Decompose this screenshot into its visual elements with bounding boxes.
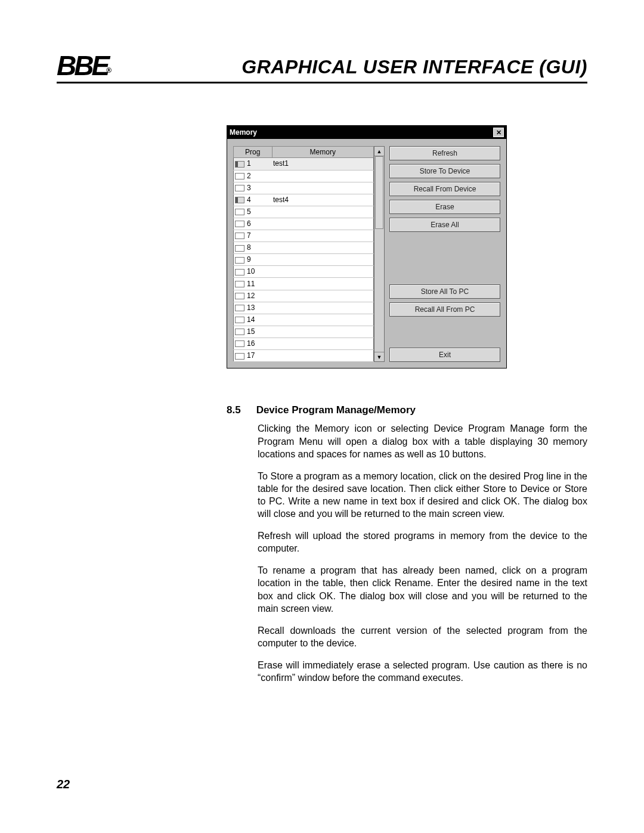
memory-cell[interactable]: [272, 266, 374, 278]
recall-from-device-button[interactable]: Recall From Device: [389, 182, 500, 196]
memory-cell[interactable]: [272, 314, 374, 326]
prog-slot-icon: [235, 340, 244, 347]
scroll-up-icon[interactable]: ▲: [374, 147, 384, 156]
memory-cell[interactable]: [272, 326, 374, 337]
program-table-wrap: Prog Memory 1test1234test456789101112131…: [233, 146, 385, 362]
memory-cell[interactable]: [272, 170, 374, 182]
table-row[interactable]: 4test4: [234, 194, 374, 206]
prog-slot-icon: [235, 257, 244, 264]
memory-dialog-screenshot: Memory ✕ Prog Memory 1t: [227, 125, 507, 368]
dialog-titlebar[interactable]: Memory ✕: [227, 126, 506, 139]
memory-cell[interactable]: [272, 206, 374, 218]
refresh-button[interactable]: Refresh: [389, 146, 500, 160]
prog-cell[interactable]: 7: [234, 230, 273, 242]
prog-cell[interactable]: 15: [234, 326, 273, 337]
prog-cell[interactable]: 1: [234, 158, 273, 170]
table-row[interactable]: 9: [234, 254, 374, 266]
table-row[interactable]: 15: [234, 326, 374, 337]
prog-slot-icon: [235, 221, 244, 227]
program-table[interactable]: Prog Memory 1test1234test456789101112131…: [233, 146, 374, 362]
prog-cell[interactable]: 9: [234, 254, 273, 266]
prog-cell[interactable]: 3: [234, 182, 273, 194]
memory-cell[interactable]: [272, 338, 374, 350]
table-row[interactable]: 1test1: [234, 158, 374, 170]
paragraph: To Store a program as a memory location,…: [258, 470, 587, 520]
prog-slot-icon: [235, 281, 244, 287]
table-row[interactable]: 12: [234, 290, 374, 302]
scroll-down-icon[interactable]: ▼: [374, 352, 384, 361]
prog-slot-icon: [235, 269, 244, 275]
table-row[interactable]: 17: [234, 350, 374, 362]
memory-cell[interactable]: [272, 242, 374, 254]
prog-cell[interactable]: 12: [234, 290, 273, 302]
memory-cell[interactable]: [272, 254, 374, 266]
prog-slot-icon: [235, 161, 244, 168]
page-number: 22: [57, 778, 70, 791]
section-heading: 8.5 Device Program Manage/Memory: [227, 404, 587, 416]
section-number: 8.5: [227, 404, 241, 416]
prog-cell[interactable]: 11: [234, 278, 273, 290]
brand-logo: BBE®: [57, 54, 110, 78]
paragraph: Refresh will upload the stored programs …: [258, 529, 587, 555]
table-row[interactable]: 14: [234, 314, 374, 326]
memory-dialog: Memory ✕ Prog Memory 1t: [227, 125, 507, 368]
table-row[interactable]: 5: [234, 206, 374, 218]
store-to-device-button[interactable]: Store To Device: [389, 164, 500, 178]
column-header-prog[interactable]: Prog: [234, 147, 273, 158]
exit-button[interactable]: Exit: [389, 348, 500, 362]
prog-slot-icon: [235, 353, 244, 360]
table-row[interactable]: 11: [234, 278, 374, 290]
recall-all-from-pc-button[interactable]: Recall All From PC: [389, 302, 500, 317]
section-title: Device Program Manage/Memory: [256, 404, 416, 416]
memory-cell[interactable]: test1: [272, 158, 374, 170]
prog-cell[interactable]: 13: [234, 302, 273, 314]
prog-cell[interactable]: 14: [234, 314, 273, 326]
prog-slot-icon: [235, 197, 244, 203]
prog-cell[interactable]: 4: [234, 194, 273, 206]
prog-slot-icon: [235, 185, 244, 191]
memory-cell[interactable]: [272, 230, 374, 242]
content-area: Memory ✕ Prog Memory 1t: [227, 125, 587, 684]
column-header-memory[interactable]: Memory: [272, 147, 374, 158]
prog-slot-icon: [235, 173, 244, 179]
paragraph: Recall downloads the current version of …: [258, 624, 587, 649]
table-row[interactable]: 6: [234, 218, 374, 230]
prog-cell[interactable]: 5: [234, 206, 273, 218]
memory-cell[interactable]: [272, 278, 374, 290]
erase-all-button[interactable]: Erase All: [389, 218, 500, 232]
memory-cell[interactable]: [272, 350, 374, 362]
memory-cell[interactable]: [272, 290, 374, 302]
table-row[interactable]: 7: [234, 230, 374, 242]
prog-cell[interactable]: 6: [234, 218, 273, 230]
prog-slot-icon: [235, 317, 244, 323]
scroll-thumb[interactable]: [375, 156, 383, 229]
memory-cell[interactable]: test4: [272, 194, 374, 206]
erase-button[interactable]: Erase: [389, 200, 500, 214]
paragraph: Clicking the Memory icon or selecting De…: [258, 422, 587, 460]
prog-cell[interactable]: 8: [234, 242, 273, 254]
prog-cell[interactable]: 16: [234, 338, 273, 350]
table-row[interactable]: 16: [234, 338, 374, 350]
table-row[interactable]: 8: [234, 242, 374, 254]
table-row[interactable]: 2: [234, 170, 374, 182]
memory-cell[interactable]: [272, 218, 374, 230]
memory-cell[interactable]: [272, 302, 374, 314]
table-row[interactable]: 10: [234, 266, 374, 278]
prog-cell[interactable]: 10: [234, 266, 273, 278]
paragraph: Erase will immediately erase a selected …: [258, 659, 587, 684]
store-all-to-pc-button[interactable]: Store All To PC: [389, 284, 500, 299]
prog-slot-icon: [235, 209, 244, 215]
memory-cell[interactable]: [272, 182, 374, 194]
prog-slot-icon: [235, 293, 244, 299]
page-title: GRAPHICAL USER INTERFACE (GUI): [242, 56, 587, 78]
table-row[interactable]: 3: [234, 182, 374, 194]
scroll-track[interactable]: [374, 156, 384, 352]
table-scrollbar[interactable]: ▲ ▼: [374, 146, 385, 362]
prog-cell[interactable]: 17: [234, 350, 273, 362]
table-row[interactable]: 13: [234, 302, 374, 314]
dialog-title: Memory: [230, 128, 257, 137]
close-icon[interactable]: ✕: [493, 128, 504, 137]
prog-cell[interactable]: 2: [234, 170, 273, 182]
page-header: BBE® GRAPHICAL USER INTERFACE (GUI): [57, 54, 587, 83]
prog-slot-icon: [235, 233, 244, 239]
